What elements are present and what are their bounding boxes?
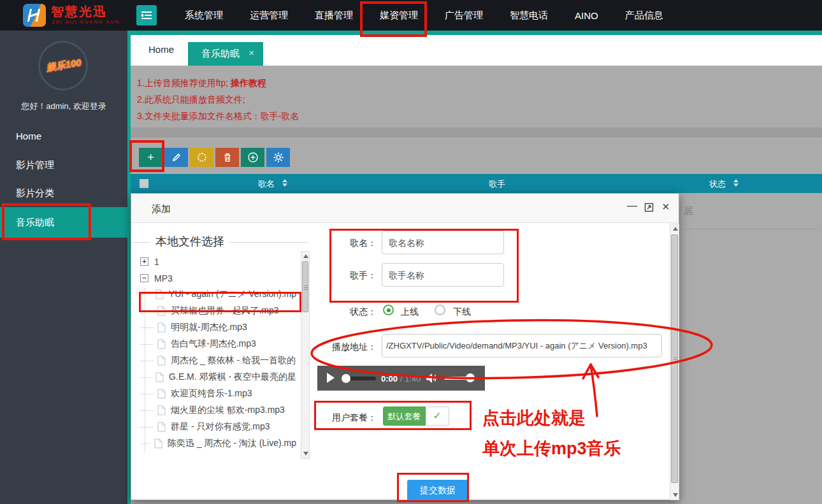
file-icon [155, 372, 164, 382]
tree-scrollbar[interactable] [301, 251, 310, 459]
close-icon[interactable]: × [662, 201, 670, 212]
tree-file-item[interactable]: 告白气球-周杰伦.mp3 [140, 336, 296, 352]
file-icon [157, 422, 166, 432]
circle-plus-icon [247, 152, 259, 163]
notice-line-2: 2.此系统只能播放音频文件; [137, 94, 245, 106]
maximize-icon[interactable] [644, 203, 654, 215]
volume-knob[interactable] [466, 373, 475, 382]
table-partial-text: 居 [684, 205, 693, 217]
nav-item-media[interactable]: 媒资管理 [380, 10, 418, 22]
tree-folder-1[interactable]: 1 [154, 257, 159, 267]
file-name: YUI - again (アニメ Version).mp [169, 289, 296, 300]
spinner-icon [198, 153, 206, 162]
nav-item-aino[interactable]: AINO [575, 10, 598, 21]
tree-expand-icon[interactable]: + [140, 257, 148, 266]
file-name: 群星 - 只对你有感觉.mp3 [171, 421, 270, 433]
radio-offline[interactable] [435, 305, 445, 315]
tree-file-item[interactable]: 买辣椒也用券 - 起风了.mp3 [140, 303, 296, 319]
tree-file-item[interactable]: 欢迎页纯音乐-1.mp3 [140, 385, 296, 402]
tree-file-item[interactable]: 群星 - 只对你有感觉.mp3 [140, 419, 296, 435]
file-icon [157, 356, 166, 366]
add-button[interactable]: + [139, 148, 162, 167]
annotation-text-2: 单次上传mp3音乐 [482, 437, 621, 460]
nav-item-ads[interactable]: 广告管理 [445, 10, 483, 22]
sidebar-item-label: 音乐助眠 [16, 217, 54, 229]
legend-text: 本地文件选择 [150, 234, 229, 249]
nav-item-operations[interactable]: 运营管理 [250, 10, 288, 22]
radio-online[interactable] [383, 305, 394, 315]
tree-file-item[interactable]: YUI - again (アニメ Version).mp [140, 286, 296, 303]
menu-toggle-icon[interactable] [136, 5, 157, 25]
column-song-name[interactable]: 歌名 [258, 178, 275, 190]
song-name-input[interactable] [382, 231, 504, 254]
nav-item-system[interactable]: 系统管理 [185, 10, 223, 22]
tree-folder-mp3[interactable]: MP3 [154, 273, 173, 284]
plan-check-icon[interactable]: ✓ [426, 407, 449, 426]
file-name: 明明就-周杰伦.mp3 [171, 322, 247, 333]
nav-item-smartphone[interactable]: 智慧电话 [510, 10, 548, 22]
tab-music-sleep[interactable]: 音乐助眠 × [188, 42, 263, 66]
tree-collapse-icon[interactable]: − [140, 274, 148, 282]
play-url-input[interactable] [382, 334, 662, 357]
notice-tutorial-link[interactable]: 操作教程 [231, 78, 266, 88]
column-singer[interactable]: 歌手 [489, 178, 505, 190]
settings-button[interactable] [266, 148, 290, 167]
delete-button[interactable] [215, 148, 239, 167]
dialog-scrollbar[interactable] [670, 224, 679, 500]
submit-button[interactable]: 提交数据 [407, 480, 468, 501]
file-name: 告白气球-周杰伦.mp3 [171, 338, 256, 350]
toolbar: + [139, 148, 292, 167]
sidebar: 娱乐100 您好！admin, 欢迎登录 Home 影片管理 影片分类 音乐助眠 [0, 31, 127, 504]
page-root: 智慧光迅 ZHI HUI GUANG XUN 系统管理 运营管理 直播管理 媒资… [0, 0, 822, 504]
tree-file-item[interactable]: 陈奕迅 _ 周杰伦 - 淘汰 (Live).mp [140, 435, 296, 452]
sidebar-item-film-categories[interactable]: 影片分类 [16, 187, 54, 199]
file-name: 陈奕迅 _ 周杰伦 - 淘汰 (Live).mp [168, 438, 296, 449]
sidebar-item-films[interactable]: 影片管理 [16, 159, 54, 171]
duration: 1:40 [405, 374, 421, 384]
dialog-title: 添加 [152, 203, 171, 215]
tab-home[interactable]: Home [148, 44, 174, 55]
column-status[interactable]: 状态 [709, 178, 726, 190]
select-all-checkbox[interactable] [140, 179, 148, 188]
radio-offline-label[interactable]: 下线 [453, 306, 471, 318]
sidebar-item-music-sleep[interactable]: 音乐助眠 [0, 207, 127, 238]
default-plan-button[interactable]: 默认套餐 [383, 407, 426, 426]
sort-carets-status[interactable] [733, 179, 739, 187]
singer-label: 歌手： [338, 270, 377, 282]
tab-close-icon[interactable]: × [249, 47, 254, 58]
radio-online-label[interactable]: 上线 [401, 306, 419, 318]
plan-label: 用户套餐： [319, 412, 377, 424]
sort-carets-song[interactable] [282, 179, 287, 187]
file-icon [155, 289, 164, 299]
speaker-icon[interactable] [426, 372, 438, 384]
sidebar-item-home[interactable]: Home [16, 131, 41, 141]
player-time: 0:00 / 1:40 [381, 374, 421, 384]
tree-file-item[interactable]: G.E.M. 邓紫棋 - 夜空中最亮的星 [140, 369, 296, 385]
singer-input[interactable] [382, 263, 504, 287]
batch-add-button[interactable] [241, 148, 264, 167]
avatar-logo-text: 娱乐100 [45, 57, 83, 74]
tree-file-item[interactable]: 周杰伦 _ 蔡依林 - 给我一首歌的 [140, 352, 296, 369]
nav-item-products[interactable]: 产品信息 [625, 10, 663, 22]
file-name: 欢迎页纯音乐-1.mp3 [171, 388, 252, 400]
tree-file-item[interactable]: 明明就-周杰伦.mp3 [140, 319, 296, 336]
brand-title: 智慧光迅 [51, 3, 107, 20]
file-icon [157, 339, 166, 349]
progress-knob[interactable] [342, 374, 350, 383]
plus-icon: + [147, 152, 154, 163]
song-name-label: 歌名： [338, 238, 377, 249]
file-icon [154, 438, 162, 449]
annotation-text-1: 点击此处就是 [482, 407, 586, 429]
play-icon[interactable] [327, 373, 335, 383]
minimize-icon[interactable]: — [627, 200, 637, 212]
refresh-button[interactable] [190, 148, 213, 167]
brand-subtitle: ZHI HUI GUANG XUN [52, 19, 120, 25]
nav-item-live[interactable]: 直播管理 [315, 10, 353, 22]
tree-file-item[interactable]: 烟火里的尘埃 郁欢-mp3.mp3 [140, 402, 296, 419]
greeting-text: 您好！admin, 欢迎登录 [0, 101, 127, 112]
dialog-header: 添加 — × [131, 194, 679, 223]
audio-player: 0:00 / 1:40 [317, 366, 485, 391]
progress-track[interactable] [348, 377, 376, 380]
notice-line-3: 3.文件夹批量添加文件名格式：歌手-歌名 [137, 111, 299, 122]
edit-button[interactable] [164, 148, 188, 167]
